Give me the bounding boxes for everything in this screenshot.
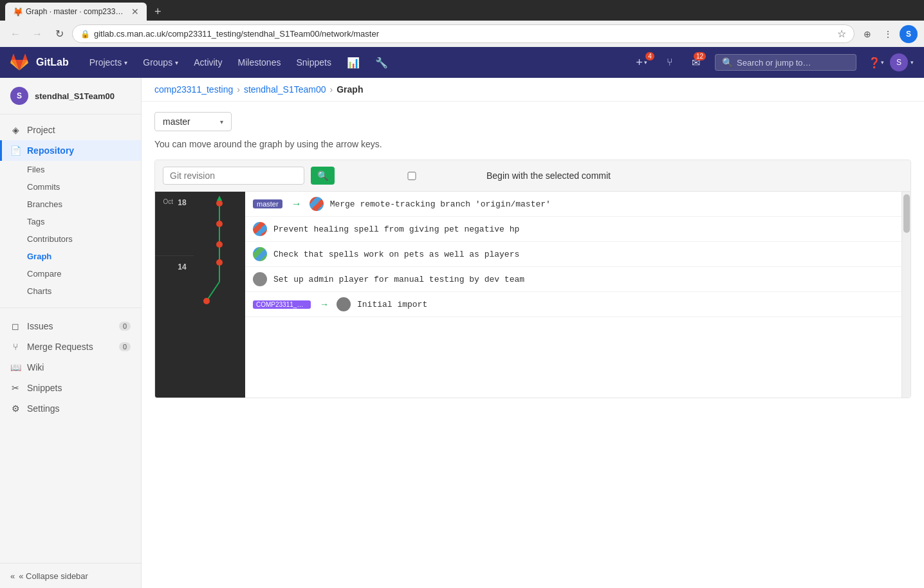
arrow-icon-5: → <box>320 299 329 309</box>
nav-milestones[interactable]: Milestones <box>230 47 289 78</box>
breadcrumb-current: Graph <box>337 84 363 95</box>
reload-button[interactable]: ↻ <box>50 25 68 43</box>
breadcrumb-team[interactable]: stendhal_S1Team00 <box>244 84 326 95</box>
nav-groups-label: Groups <box>143 57 172 68</box>
svg-point-3 <box>216 241 223 248</box>
graph-search-button[interactable]: 🔍 <box>311 167 335 185</box>
forward-button[interactable]: → <box>28 25 46 43</box>
browser-chrome: 🦊 Graph · master · comp23311_ ✕ + ← → ↻ … <box>0 0 924 47</box>
sidebar-sub-tags[interactable]: Tags <box>27 213 141 230</box>
sidebar-collapse-button[interactable]: « « Collapse sidebar <box>0 563 141 588</box>
nav-snippets-label: Snippets <box>296 57 331 68</box>
project-icon: ◈ <box>10 125 21 135</box>
sidebar-sub-commits[interactable]: Commits <box>27 178 141 196</box>
sidebar-sub-charts[interactable]: Charts <box>27 282 141 300</box>
url-input[interactable] <box>94 29 833 39</box>
sidebar-item-issues[interactable]: ◻ Issues 0 <box>0 316 141 336</box>
sidebar-main-section: ◈ Project 📄 Repository Files Commits Bra… <box>0 115 141 305</box>
begin-with-checkbox-label[interactable]: Begin with the selected commit <box>341 170 611 181</box>
address-bar[interactable]: 🔒 ☆ <box>72 24 855 43</box>
nav-search[interactable]: 🔍 Search or jump to… <box>715 54 856 71</box>
sidebar-repository-label: Repository <box>27 145 74 156</box>
nav-plus-badge: 4 <box>645 52 654 60</box>
toolbar-right: ⊕ ⋮ S <box>858 25 918 43</box>
snippets-icon: ✂ <box>10 383 21 393</box>
begin-with-checkbox[interactable] <box>341 172 483 180</box>
menu-button[interactable]: ⋮ <box>879 25 897 43</box>
active-tab[interactable]: 🦊 Graph · master · comp23311_ ✕ <box>5 3 147 21</box>
graph-area: Oct 18 14 <box>155 192 910 398</box>
gitlab-logo[interactable] <box>10 53 28 71</box>
svg-point-7 <box>203 298 210 304</box>
sidebar-item-merge-requests[interactable]: ⑂ Merge Requests 0 <box>0 336 141 357</box>
graph-scrollbar[interactable] <box>901 192 910 398</box>
commit-msg-2[interactable]: Prevent healing spell from giving pet ne… <box>273 225 519 234</box>
graph-search-bar: 🔍 Begin with the selected commit <box>155 160 910 192</box>
sidebar-sub-branches[interactable]: Branches <box>27 196 141 213</box>
nav-wrench-icon[interactable]: 🔧 <box>367 47 396 78</box>
browser-tabs: 🦊 Graph · master · comp23311_ ✕ + <box>0 0 924 21</box>
graph-hint-text: You can move around the graph by using t… <box>154 139 911 149</box>
commit-row-4: Set up admin player for manual testing b… <box>245 267 910 292</box>
nav-snippets[interactable]: Snippets <box>288 47 338 78</box>
arrow-icon-1: → <box>291 198 302 210</box>
repository-icon: 📄 <box>10 145 21 156</box>
nav-projects-caret: ▾ <box>124 59 127 66</box>
git-revision-input[interactable] <box>163 167 304 185</box>
issues-icon: ◻ <box>10 321 21 331</box>
sidebar-item-wiki[interactable]: 📖 Wiki <box>0 357 141 378</box>
svg-point-6 <box>216 259 223 266</box>
graph-svg <box>194 192 245 320</box>
sidebar-sub-compare[interactable]: Compare <box>27 265 141 282</box>
nav-groups[interactable]: Groups ▾ <box>135 47 186 78</box>
extensions-button[interactable]: ⊕ <box>858 25 876 43</box>
new-tab-button[interactable]: + <box>149 4 167 20</box>
sidebar-repo-subitems: Files Commits Branches Tags Contributors… <box>0 161 141 300</box>
nav-help-button[interactable]: ❓ ▾ <box>864 51 887 74</box>
tab-title: Graph · master · comp23311_ <box>26 7 127 16</box>
nav-projects[interactable]: Projects ▾ <box>82 47 136 78</box>
sidebar-wiki-label: Wiki <box>27 362 44 372</box>
branch-dropdown-button[interactable]: master ▾ <box>154 112 232 131</box>
tab-close-button[interactable]: ✕ <box>131 6 139 17</box>
sidebar-item-project[interactable]: ◈ Project <box>0 120 141 140</box>
avatar-2 <box>253 222 267 236</box>
lock-icon: 🔒 <box>80 30 90 39</box>
nav-todo-icon[interactable]: ✉ 12 <box>684 51 707 74</box>
sidebar-item-settings[interactable]: ⚙ Settings <box>0 398 141 419</box>
sidebar-sub-files[interactable]: Files <box>27 161 141 178</box>
sidebar-user: S stendhal_S1Team00 <box>0 78 141 115</box>
wiki-icon: 📖 <box>10 362 21 372</box>
back-button[interactable]: ← <box>6 25 24 43</box>
help-icon: ❓ <box>868 57 881 69</box>
settings-icon: ⚙ <box>10 403 21 414</box>
breadcrumb-sep-2: › <box>330 84 333 95</box>
commits-list: master → Merge remote-tracking branch 'o… <box>245 192 910 398</box>
app-body: S stendhal_S1Team00 ◈ Project 📄 Reposito… <box>0 78 924 588</box>
sidebar-item-repository[interactable]: 📄 Repository <box>0 140 141 161</box>
commit-msg-4[interactable]: Set up admin player for manual testing b… <box>273 275 524 284</box>
search-icon: 🔍 <box>722 57 733 68</box>
breadcrumb-comp23311[interactable]: comp23311_testing <box>154 84 233 95</box>
profile-button[interactable]: S <box>900 25 918 43</box>
scrollbar-thumb <box>903 194 910 233</box>
svg-line-5 <box>207 282 219 301</box>
sidebar-sub-graph[interactable]: Graph <box>27 248 141 265</box>
merge-requests-icon: ⑂ <box>10 342 21 352</box>
sidebar-sub-contributors[interactable]: Contributors <box>27 230 141 248</box>
commit-msg-1[interactable]: Merge remote-tracking branch 'origin/mas… <box>330 199 551 209</box>
nav-chart-icon[interactable]: 📊 <box>339 47 367 78</box>
nav-right: + ▾ 4 ⑂ ✉ 12 🔍 Search or jump to… ❓ ▾ S … <box>627 51 914 74</box>
nav-merge-icon[interactable]: ⑂ <box>658 51 681 74</box>
sidebar-issues-label: Issues <box>27 321 53 331</box>
gitlab-navbar: GitLab Projects ▾ Groups ▾ Activity Mile… <box>0 47 924 78</box>
nav-activity[interactable]: Activity <box>186 47 230 78</box>
commit-msg-3[interactable]: Check that spells work on pets as well a… <box>273 250 519 259</box>
date-month-empty <box>155 257 174 262</box>
sidebar-item-snippets[interactable]: ✂ Snippets <box>0 378 141 398</box>
nav-plus-button[interactable]: + ▾ 4 <box>627 51 656 74</box>
nav-user-avatar[interactable]: S <box>890 53 908 71</box>
commit-msg-5[interactable]: Initial import <box>357 300 427 309</box>
sidebar: S stendhal_S1Team00 ◈ Project 📄 Reposito… <box>0 78 142 588</box>
bookmark-icon[interactable]: ☆ <box>837 28 846 40</box>
